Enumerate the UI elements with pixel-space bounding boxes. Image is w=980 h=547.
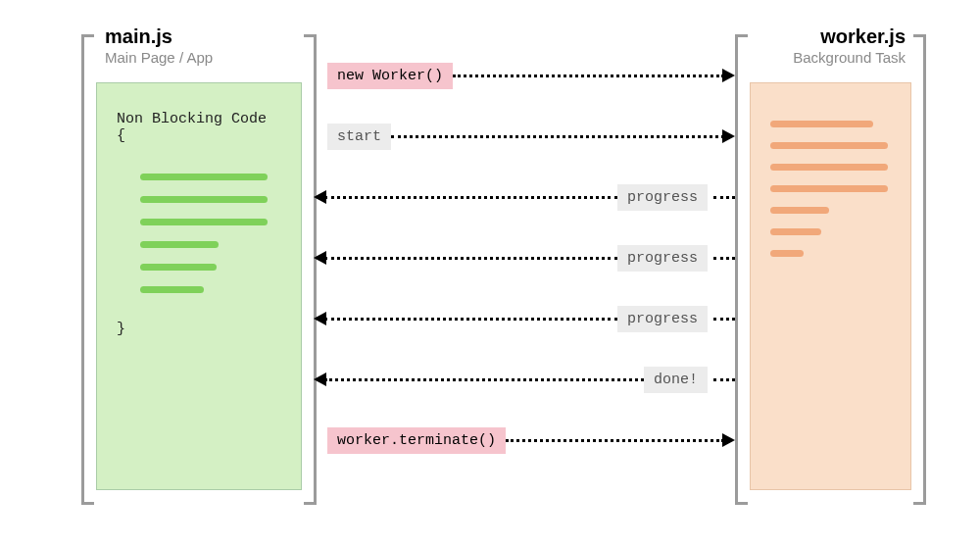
worker-code-card bbox=[750, 82, 911, 490]
code-line bbox=[770, 250, 804, 257]
message-progress: progress bbox=[314, 182, 735, 212]
message-label: new Worker() bbox=[327, 63, 453, 89]
message-label: progress bbox=[617, 306, 708, 332]
message-line-stub bbox=[713, 318, 735, 321]
message-flow: new Worker() start progress progress pro… bbox=[314, 61, 735, 486]
message-start: start bbox=[314, 122, 735, 151]
message-line-stub bbox=[713, 378, 735, 381]
code-block-close: } bbox=[117, 321, 281, 337]
message-line bbox=[324, 378, 644, 381]
message-line bbox=[324, 196, 617, 199]
message-label: progress bbox=[617, 245, 708, 272]
main-subtitle: Main Page / App bbox=[101, 49, 217, 66]
code-line bbox=[140, 286, 204, 293]
message-line bbox=[391, 135, 724, 138]
message-line bbox=[324, 257, 617, 260]
message-progress: progress bbox=[314, 243, 735, 273]
message-label: start bbox=[327, 124, 391, 150]
message-label: done! bbox=[644, 367, 708, 393]
message-progress: progress bbox=[314, 304, 735, 333]
code-line bbox=[140, 264, 217, 271]
message-line-stub bbox=[713, 257, 735, 260]
message-new-worker: new Worker() bbox=[314, 61, 735, 90]
main-title: main.js bbox=[101, 25, 176, 48]
main-code-card: Non Blocking Code { } bbox=[96, 82, 302, 490]
message-label: worker.terminate() bbox=[327, 427, 506, 454]
code-line bbox=[770, 121, 873, 127]
code-line bbox=[770, 185, 888, 192]
code-line bbox=[770, 142, 888, 149]
message-line bbox=[506, 439, 724, 442]
message-line bbox=[453, 75, 724, 77]
worker-title: worker.js bbox=[816, 25, 909, 48]
message-line-stub bbox=[713, 196, 735, 199]
message-label: progress bbox=[617, 184, 708, 211]
code-line bbox=[140, 196, 268, 203]
message-line bbox=[324, 318, 617, 321]
message-terminate: worker.terminate() bbox=[314, 425, 735, 455]
worker-subtitle: Background Task bbox=[789, 49, 909, 66]
code-line bbox=[770, 164, 888, 171]
code-line bbox=[140, 174, 268, 180]
code-lines-placeholder bbox=[117, 174, 281, 293]
code-line bbox=[770, 228, 821, 235]
code-line bbox=[140, 219, 268, 225]
message-done: done! bbox=[314, 365, 735, 394]
code-line bbox=[140, 241, 219, 248]
code-block-open: Non Blocking Code { bbox=[117, 111, 281, 144]
code-line bbox=[770, 207, 829, 214]
